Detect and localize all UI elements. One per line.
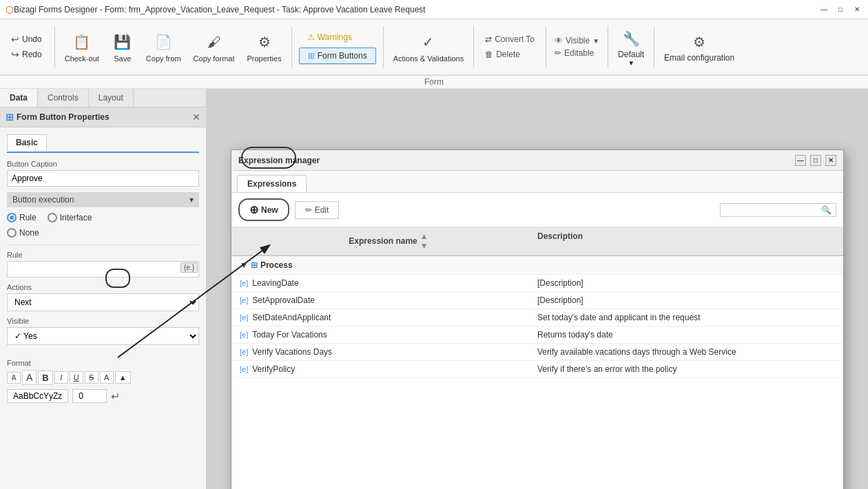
convert-to-button[interactable]: ⇄ Convert To [482, 33, 537, 45]
panel-header: ⊞ Form Button Properties ✕ [0, 107, 206, 127]
dialog-tabs: Expressions [231, 171, 843, 193]
expr-icon: [e] [240, 365, 248, 373]
copy-from-button[interactable]: 📄 Copy from [141, 22, 187, 72]
collapse-icon[interactable]: ▼ [240, 260, 248, 270]
new-expression-button[interactable]: ⊕ New [238, 198, 289, 221]
tab-controls[interactable]: Controls [38, 89, 89, 107]
format-preview: AaBbCcYyZz 0 ↵ [7, 389, 199, 403]
pencil-icon: ✏ [305, 205, 312, 215]
panel-close-btn[interactable]: ✕ [192, 112, 200, 123]
table-row[interactable]: [e] SetApprovalDate [Description] [231, 292, 843, 309]
default-button[interactable]: 🔧 Default ▼ [612, 25, 650, 70]
rule-field-label: Rule [7, 251, 199, 259]
email-config-button[interactable]: ⚙ Email configuration [659, 28, 740, 65]
app-icon: ⬡ [6, 4, 14, 15]
search-icon[interactable]: 🔍 [821, 205, 831, 215]
dialog-titlebar: Expression manager — □ ✕ [231, 150, 843, 171]
button-caption-input[interactable] [7, 170, 199, 187]
properties-button[interactable]: ⚙ Properties [242, 22, 287, 72]
tab-layout[interactable]: Layout [89, 89, 134, 107]
underline-btn[interactable]: U [70, 371, 83, 384]
none-radio[interactable]: None [7, 228, 199, 238]
eye-icon: 👁 [555, 36, 563, 45]
format-label: Format [7, 359, 199, 367]
dialog-minimize-btn[interactable]: — [795, 155, 806, 166]
expr-icon: [e] [240, 331, 248, 339]
titlebar-controls: — □ ✕ [818, 4, 862, 15]
left-panel: Data Controls Layout ⊞ Form Button Prope… [0, 89, 207, 489]
redo-icon: ↪ [11, 49, 19, 60]
expressions-tab[interactable]: Expressions [237, 175, 307, 192]
delete-icon: 🗑 [485, 50, 493, 59]
default-icon: 🔧 [620, 28, 642, 50]
expression-manager-dialog: Expression manager — □ ✕ Expressions ⊕ N… [231, 149, 844, 489]
search-input[interactable] [725, 206, 821, 214]
tab-data[interactable]: Data [0, 89, 38, 107]
actions-select[interactable]: Next [7, 293, 199, 311]
table-row[interactable]: [e] Today For Vacations Returns today's … [231, 326, 843, 344]
panel-content: Basic Button Caption Button execution ▾ … [0, 127, 206, 355]
rule-radio[interactable]: Rule [7, 213, 37, 222]
panel-tabs: Data Controls Layout [0, 89, 206, 107]
table-row[interactable]: [e] SetDateAndApplicant Set today's date… [231, 309, 843, 326]
italic-btn[interactable]: I [54, 371, 68, 384]
undo-button[interactable]: ↩ Undo [7, 32, 46, 46]
format-section: Format A A B I U S A ▲ AaBbCcYyZz 0 ↵ [0, 355, 206, 407]
main-toolbar: ↩ Undo ↪ Redo 📋 Check-out 💾 Save 📄 Copy … [0, 19, 868, 76]
sub-tab-basic[interactable]: Basic [7, 134, 47, 152]
preview-num: 0 [72, 389, 107, 403]
table-row[interactable]: [e] LeavingDate [Description] [231, 275, 843, 292]
panel-icon: ⊞ [6, 112, 14, 123]
email-icon: ⚙ [688, 31, 710, 53]
button-execution-section[interactable]: Button execution ▾ [7, 192, 199, 207]
copy-from-icon: 📄 [152, 31, 174, 53]
col-name-header[interactable]: Expression name ▲▼ [240, 231, 537, 251]
table-row[interactable]: [e] VerifyPolicy Verify if there's an er… [231, 361, 843, 378]
expression-button[interactable]: {e.} [180, 262, 198, 273]
strikethrough-btn[interactable]: S [85, 371, 99, 384]
visible-toggle[interactable]: 👁 Visible ▼ [555, 36, 599, 45]
save-button[interactable]: 💾 Save [106, 22, 139, 72]
form-buttons-icon: ⊞ [308, 51, 315, 61]
process-group-header: ▼ ⊞ Process [231, 256, 843, 275]
col-description-header: Description [537, 231, 835, 251]
form-buttons-button[interactable]: ⊞ Form Buttons [299, 48, 376, 64]
font-color-btn[interactable]: A [100, 371, 114, 384]
dialog-toolbar: ⊕ New ✏ Edit 🔍 [231, 193, 843, 227]
none-radio-circle [7, 228, 17, 238]
form-label: Form [0, 76, 868, 89]
preview-text: AaBbCcYyZz [7, 389, 68, 403]
titlebar-text: Bizagi Forms Designer - Form: frm_Approv… [14, 5, 426, 14]
edit-expression-button[interactable]: ✏ Edit [295, 201, 340, 219]
enter-btn[interactable]: ↵ [111, 390, 120, 403]
visible-select[interactable]: ✓ Yes [7, 327, 199, 345]
process-label: Process [260, 260, 293, 270]
rule-input[interactable] [7, 261, 199, 278]
highlight-btn[interactable]: ▲ [115, 371, 131, 384]
copy-format-icon: 🖌 [203, 31, 225, 53]
bold-btn[interactable]: B [38, 371, 52, 385]
expression-table: Expression name ▲▼ Description ▼ ⊞ Proce… [231, 227, 843, 489]
checkout-button[interactable]: 📋 Check-out [59, 22, 105, 72]
dialog-maximize-btn[interactable]: □ [810, 155, 821, 166]
editable-toggle[interactable]: ✏ Editable [555, 48, 599, 58]
plus-icon: ⊕ [249, 203, 258, 216]
table-row[interactable]: [e] Verify Vacations Days Verify availab… [231, 344, 843, 361]
copy-format-button[interactable]: 🖌 Copy format [188, 22, 240, 72]
font-size-large-btn[interactable]: A [22, 370, 37, 385]
redo-button[interactable]: ↪ Redo [7, 48, 46, 61]
maximize-btn[interactable]: □ [835, 4, 846, 15]
format-toolbar: A A B I U S A ▲ [7, 370, 199, 385]
warnings-button[interactable]: ⚠ Warnings [299, 30, 376, 45]
button-caption-label: Button Caption [7, 160, 199, 168]
delete-button[interactable]: 🗑 Delete [482, 48, 537, 61]
panel-title: Form Button Properties [17, 112, 110, 122]
actions-validations-button[interactable]: ✓ Actions & Validations [388, 22, 470, 72]
expr-icon: [e] [240, 279, 248, 287]
rule-radio-circle [7, 213, 17, 222]
close-btn[interactable]: ✕ [851, 4, 862, 15]
font-size-small-btn[interactable]: A [7, 372, 21, 384]
interface-radio[interactable]: Interface [48, 213, 92, 222]
dialog-close-btn[interactable]: ✕ [825, 155, 836, 166]
minimize-btn[interactable]: — [818, 4, 829, 15]
